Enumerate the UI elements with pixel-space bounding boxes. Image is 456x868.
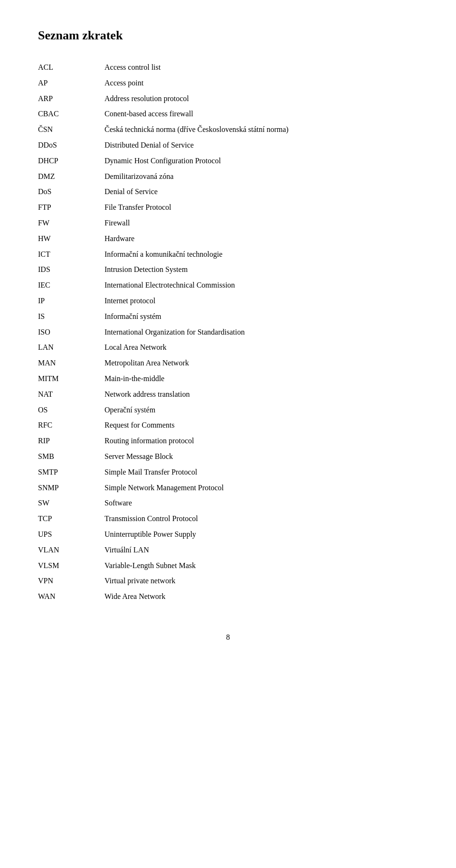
abbreviation-cell: ICT <box>38 247 104 262</box>
definition-cell: Local Area Network <box>104 340 418 355</box>
table-row: HWHardware <box>38 231 418 247</box>
abbreviation-cell: DMZ <box>38 169 104 185</box>
table-row: VLANVirtuální LAN <box>38 542 418 558</box>
definition-cell: Variable-Length Subnet Mask <box>104 558 418 574</box>
table-row: ARPAddress resolution protocol <box>38 91 418 107</box>
table-row: ACLAccess control list <box>38 60 418 75</box>
definition-cell: Distributed Denial of Service <box>104 138 418 153</box>
table-row: SWSoftware <box>38 495 418 511</box>
abbreviation-cell: AP <box>38 75 104 91</box>
definition-cell: International Organization for Standardi… <box>104 325 418 340</box>
table-row: FTPFile Transfer Protocol <box>38 200 418 215</box>
page-title: Seznam zkratek <box>38 28 418 43</box>
definition-cell: Request for Comments <box>104 418 418 433</box>
definition-cell: Informační a komunikační technologie <box>104 247 418 262</box>
abbreviation-cell: MAN <box>38 355 104 371</box>
table-row: NATNetwork address translation <box>38 387 418 402</box>
abbreviation-cell: MITM <box>38 371 104 387</box>
definition-cell: Main-in-the-middle <box>104 371 418 387</box>
abbreviation-cell: FTP <box>38 200 104 215</box>
abbreviation-cell: CBAC <box>38 106 104 122</box>
table-row: APAccess point <box>38 75 418 91</box>
abbreviation-cell: ARP <box>38 91 104 107</box>
table-row: DoSDenial of Service <box>38 184 418 200</box>
definition-cell: File Transfer Protocol <box>104 200 418 215</box>
definition-cell: Access point <box>104 75 418 91</box>
abbreviation-cell: DHCP <box>38 153 104 169</box>
abbreviation-cell: ISO <box>38 325 104 340</box>
abbreviation-cell: SNMP <box>38 480 104 496</box>
definition-cell: Firewall <box>104 215 418 231</box>
abbreviation-cell: ACL <box>38 60 104 75</box>
definition-cell: Informační systém <box>104 309 418 325</box>
definition-cell: Software <box>104 495 418 511</box>
definition-cell: Operační systém <box>104 402 418 418</box>
definition-cell: Transmission Control Protocol <box>104 511 418 527</box>
abbreviation-cell: VPN <box>38 573 104 589</box>
table-row: ICTInformační a komunikační technologie <box>38 247 418 262</box>
page-number: 8 <box>38 633 418 642</box>
abbreviation-cell: IEC <box>38 278 104 293</box>
abbreviation-cell: FW <box>38 215 104 231</box>
table-row: CBACConent-based access firewall <box>38 106 418 122</box>
table-row: SMBServer Message Block <box>38 449 418 465</box>
definition-cell: Denial of Service <box>104 184 418 200</box>
definition-cell: Intrusion Detection System <box>104 262 418 278</box>
definition-cell: Server Message Block <box>104 449 418 465</box>
definition-cell: Hardware <box>104 231 418 247</box>
abbreviations-table: ACLAccess control listAPAccess pointARPA… <box>38 60 418 605</box>
abbreviation-cell: VLAN <box>38 542 104 558</box>
abbreviation-cell: RFC <box>38 418 104 433</box>
table-row: IPInternet protocol <box>38 293 418 309</box>
abbreviation-cell: TCP <box>38 511 104 527</box>
table-row: LANLocal Area Network <box>38 340 418 355</box>
abbreviation-cell: SMTP <box>38 465 104 480</box>
table-row: ČSNČeská technická norma (dříve Českoslo… <box>38 122 418 138</box>
abbreviation-cell: DoS <box>38 184 104 200</box>
abbreviation-cell: SMB <box>38 449 104 465</box>
definition-cell: Metropolitan Area Network <box>104 355 418 371</box>
table-row: MITMMain-in-the-middle <box>38 371 418 387</box>
table-row: MANMetropolitan Area Network <box>38 355 418 371</box>
table-row: FWFirewall <box>38 215 418 231</box>
table-row: DMZDemilitarizovaná zóna <box>38 169 418 185</box>
table-row: IECInternational Electrotechnical Commis… <box>38 278 418 293</box>
table-row: IDSIntrusion Detection System <box>38 262 418 278</box>
abbreviation-cell: IP <box>38 293 104 309</box>
definition-cell: Uninterruptible Power Supply <box>104 527 418 542</box>
definition-cell: Demilitarizovaná zóna <box>104 169 418 185</box>
abbreviation-cell: IDS <box>38 262 104 278</box>
abbreviation-cell: WAN <box>38 589 104 605</box>
abbreviation-cell: ČSN <box>38 122 104 138</box>
definition-cell: Wide Area Network <box>104 589 418 605</box>
abbreviation-cell: HW <box>38 231 104 247</box>
abbreviation-cell: NAT <box>38 387 104 402</box>
abbreviation-cell: VLSM <box>38 558 104 574</box>
definition-cell: Address resolution protocol <box>104 91 418 107</box>
table-row: RIPRouting information protocol <box>38 433 418 449</box>
table-row: OSOperační systém <box>38 402 418 418</box>
table-row: ISInformační systém <box>38 309 418 325</box>
definition-cell: Access control list <box>104 60 418 75</box>
table-row: VPNVirtual private network <box>38 573 418 589</box>
abbreviation-cell: SW <box>38 495 104 511</box>
definition-cell: Routing information protocol <box>104 433 418 449</box>
abbreviation-cell: LAN <box>38 340 104 355</box>
abbreviation-cell: DDoS <box>38 138 104 153</box>
definition-cell: Virtual private network <box>104 573 418 589</box>
table-row: SMTPSimple Mail Transfer Protocol <box>38 465 418 480</box>
table-row: TCPTransmission Control Protocol <box>38 511 418 527</box>
definition-cell: Conent-based access firewall <box>104 106 418 122</box>
definition-cell: Česká technická norma (dříve Českosloven… <box>104 122 418 138</box>
definition-cell: Internet protocol <box>104 293 418 309</box>
definition-cell: Simple Network Management Protocol <box>104 480 418 496</box>
abbreviation-cell: UPS <box>38 527 104 542</box>
table-row: UPSUninterruptible Power Supply <box>38 527 418 542</box>
abbreviation-cell: IS <box>38 309 104 325</box>
abbreviation-cell: OS <box>38 402 104 418</box>
table-row: DDoSDistributed Denial of Service <box>38 138 418 153</box>
table-row: RFCRequest for Comments <box>38 418 418 433</box>
definition-cell: International Electrotechnical Commissio… <box>104 278 418 293</box>
abbreviation-cell: RIP <box>38 433 104 449</box>
definition-cell: Network address translation <box>104 387 418 402</box>
